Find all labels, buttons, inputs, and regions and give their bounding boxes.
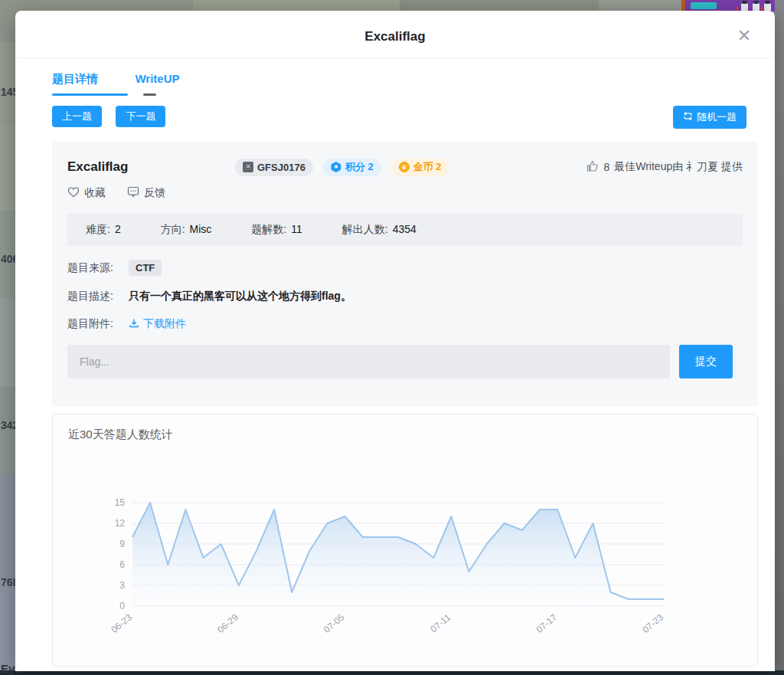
bg-block: [400, 0, 599, 11]
bg-block: [0, 126, 17, 211]
bg-block: [17, 0, 193, 11]
coin-text: 金币 2: [413, 160, 442, 174]
question-nav-row: 上一题 下一题 随机一题: [15, 101, 775, 136]
bg-right-strip: [775, 0, 784, 675]
description-label: 题目描述:: [67, 290, 129, 303]
tab-scroll-thumb[interactable]: [143, 93, 156, 96]
stat-writeups: 题解数:11: [251, 223, 302, 237]
stat-value: 2: [115, 223, 121, 235]
ctf-emblem-icon: ✕: [243, 162, 253, 172]
svg-text:07-23: 07-23: [640, 611, 665, 635]
svg-text:06-29: 06-29: [215, 611, 240, 635]
coin-badge: ♛ 金币 2: [391, 159, 449, 176]
bg-block: [0, 475, 17, 578]
tab-bar: 题目详情 WriteUP: [15, 58, 775, 101]
banner-figure: [753, 2, 760, 11]
prev-question-button[interactable]: 上一题: [52, 106, 102, 127]
solver-stats-card: 近30天答题人数统计 0369121506-2306-2907-0507-110…: [52, 414, 758, 667]
submit-flag-button[interactable]: 提交: [679, 345, 733, 378]
thumbs-up-icon[interactable]: [586, 160, 599, 175]
dialog-header: Excaliflag ✕: [15, 11, 775, 58]
svg-text:07-05: 07-05: [322, 611, 347, 635]
source-tag: CTF: [129, 260, 162, 276]
bg-block: [0, 42, 17, 126]
banner-edge: [681, 0, 685, 11]
banner-figure: [764, 2, 771, 11]
description-text: 只有一个真正的黑客可以从这个地方得到flag。: [129, 290, 351, 303]
chart-title: 近30天答题人数统计: [68, 428, 173, 442]
tab-writeup[interactable]: WriteUP: [135, 72, 179, 85]
bg-block: [193, 0, 400, 11]
stats-bar: 难度:2 方向:Misc 题解数:11 解出人数:4354: [67, 214, 743, 246]
active-tab-indicator: [52, 93, 128, 96]
stat-label: 方向:: [161, 223, 185, 235]
stat-value: 4354: [393, 223, 416, 235]
attachment-label: 题目附件:: [67, 317, 129, 331]
likes-count: 8: [603, 161, 609, 173]
stat-label: 题解数:: [251, 223, 286, 235]
bg-block: [0, 299, 17, 387]
feedback-button[interactable]: 反馈: [127, 186, 165, 200]
feedback-label: 反馈: [144, 186, 165, 200]
source-label: 题目来源:: [67, 261, 129, 275]
next-question-button[interactable]: 下一题: [116, 106, 165, 127]
best-writeup-note: 8 最佳Writeup由 礻刀夏 提供: [586, 160, 743, 175]
writeup-author-text: 最佳Writeup由 礻刀夏 提供: [614, 160, 743, 174]
description-row: 题目描述: 只有一个真正的黑客可以从这个地方得到flag。: [67, 290, 743, 303]
heart-icon: [67, 186, 80, 200]
banner-dot: [735, 7, 738, 10]
banner-badge: [691, 2, 717, 9]
stat-solvers: 解出人数:4354: [342, 223, 416, 237]
favorite-button[interactable]: 收藏: [67, 186, 106, 200]
svg-text:06-23: 06-23: [109, 611, 134, 635]
download-attachment-link[interactable]: 下载附件: [129, 317, 186, 331]
attachment-row: 题目附件: 下载附件: [67, 317, 743, 331]
tab-challenge-detail[interactable]: 题目详情: [52, 72, 98, 87]
random-question-label: 随机一题: [697, 110, 737, 124]
svg-text:15: 15: [115, 497, 126, 508]
dialog-title: Excaliflag: [15, 29, 775, 44]
gold-coin-icon: ♛: [399, 162, 410, 172]
challenge-dialog: Excaliflag ✕ 题目详情 WriteUP 上一题 下一题 随机一题 E…: [15, 11, 775, 671]
banner-dot: [760, 7, 763, 10]
stat-label: 难度:: [86, 223, 110, 235]
svg-text:9: 9: [119, 539, 125, 549]
banner-figure: [741, 2, 748, 11]
flag-submit-row: 提交: [67, 345, 743, 378]
challenge-name: Excaliflag: [67, 159, 235, 175]
random-question-button[interactable]: 随机一题: [673, 106, 746, 129]
close-icon[interactable]: ✕: [735, 28, 753, 46]
comment-icon: [127, 186, 139, 200]
stat-label: 解出人数:: [342, 223, 388, 235]
challenge-id-badge: ✕ GFSJ0176: [235, 159, 313, 176]
svg-text:6: 6: [119, 559, 125, 570]
actions-row: 收藏 反馈: [67, 186, 743, 200]
stat-category: 方向:Misc: [161, 223, 212, 237]
stat-value: Misc: [190, 223, 212, 235]
download-attachment-label: 下载附件: [143, 317, 186, 331]
download-icon: [129, 318, 139, 331]
stat-difficulty: 难度:2: [86, 223, 121, 237]
svg-text:12: 12: [115, 518, 126, 529]
svg-text:07-11: 07-11: [428, 611, 452, 634]
challenge-card: Excaliflag ✕ GFSJ0176 ★ 积分 2 ♛ 金币 2: [52, 142, 758, 406]
score-star-icon: ★: [331, 162, 341, 172]
screen: 1450 4063 3429 7684 Eye Excaliflag ✕ 题目详…: [0, 0, 784, 675]
background-banner: [681, 0, 777, 11]
bg-block: [0, 578, 17, 675]
solver-trend-chart: 0369121506-2306-2907-0507-1107-1707-23: [53, 415, 758, 667]
score-badge: ★ 积分 2: [323, 159, 381, 176]
challenge-title-row: Excaliflag ✕ GFSJ0176 ★ 积分 2 ♛ 金币 2: [67, 157, 743, 177]
score-text: 积分 2: [345, 160, 374, 174]
svg-text:07-17: 07-17: [534, 611, 560, 635]
flag-input[interactable]: [67, 345, 670, 378]
favorite-label: 收藏: [84, 186, 106, 200]
svg-text:0: 0: [119, 601, 125, 611]
stat-value: 11: [291, 223, 302, 235]
source-row: 题目来源: CTF: [67, 260, 743, 276]
challenge-id-text: GFSJ0176: [257, 162, 305, 173]
shuffle-icon: [683, 111, 693, 123]
svg-text:3: 3: [119, 580, 125, 591]
